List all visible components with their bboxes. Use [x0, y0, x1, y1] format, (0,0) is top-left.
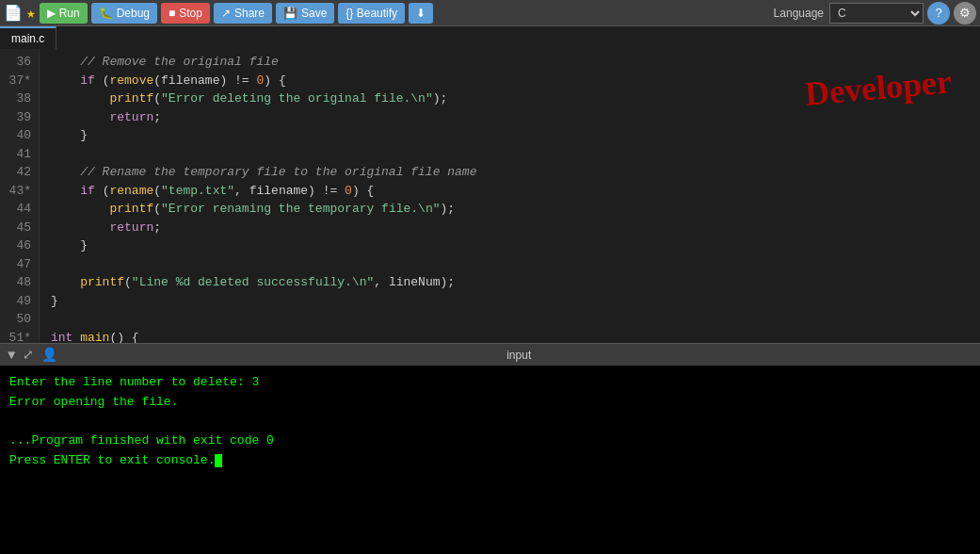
run-triangle-icon: ▶	[47, 7, 56, 20]
code-line-44: printf("Error renaming the temporary fil…	[51, 200, 969, 219]
code-line-40: }	[51, 126, 969, 145]
line-num: 49	[8, 292, 31, 311]
io-label: input	[65, 349, 972, 362]
code-line-46: }	[51, 236, 969, 255]
save-label: Save	[301, 7, 327, 20]
code-line-48: printf("Line %d deleted successfully.\n"…	[51, 273, 969, 292]
stop-square-icon: ■	[169, 7, 175, 20]
line-num: 41	[8, 145, 31, 164]
download-icon: ⬇	[416, 7, 426, 20]
line-num: 36	[8, 53, 31, 72]
run-button[interactable]: ▶ Run	[40, 3, 88, 24]
code-line-47	[51, 255, 969, 274]
console-line-3	[9, 413, 971, 432]
file-tab-main-c[interactable]: main.c	[0, 26, 56, 49]
line-num: 42	[8, 163, 31, 182]
download-button[interactable]: ⬇	[409, 3, 433, 24]
line-numbers: 36 37* 38 39 40 41 42 43* 44 45 46 47 48…	[0, 49, 40, 343]
code-line-41	[51, 145, 969, 164]
line-num: 44	[8, 200, 31, 219]
chevron-down-icon[interactable]: ▼	[8, 348, 15, 363]
info-button[interactable]: ?	[927, 2, 950, 24]
code-line-49: }	[51, 292, 969, 311]
code-line-51: int main() {	[51, 329, 969, 344]
debug-label: Debug	[117, 7, 150, 20]
code-editor[interactable]: // Remove the original file if (remove(f…	[40, 49, 980, 343]
console-line-4: ...Program finished with exit code 0	[9, 432, 971, 451]
line-num: 37*	[8, 72, 31, 90]
save-button[interactable]: 💾 Save	[276, 3, 334, 24]
code-line-36: // Remove the original file	[51, 53, 969, 72]
file-tab-label: main.c	[11, 32, 44, 45]
share-button[interactable]: ↗ Share	[214, 3, 272, 24]
beautify-label: {} Beautify	[345, 7, 397, 20]
line-num: 47	[8, 255, 31, 274]
code-line-37: if (remove(filename) != 0) {	[51, 72, 969, 90]
editor-container: 36 37* 38 39 40 41 42 43* 44 45 46 47 48…	[0, 49, 980, 343]
line-num: 40	[8, 126, 31, 145]
stop-button[interactable]: ■ Stop	[161, 3, 210, 24]
star-icon: ★	[26, 4, 36, 23]
code-line-43: if (rename("temp.txt", filename) != 0) {	[51, 182, 969, 201]
console-line-1: Enter the line number to delete: 3	[9, 373, 971, 393]
io-panel-header: ▼ ⤢ 👤 input	[0, 343, 980, 366]
line-num: 48	[8, 273, 31, 292]
share-icon: ↗	[221, 7, 231, 20]
toolbar: 📄 ★ ▶ Run 🐛 Debug ■ Stop ↗ Share 💾 Save …	[0, 0, 980, 26]
line-num: 51*	[8, 329, 31, 344]
console-cursor	[215, 454, 222, 467]
console-output: Enter the line number to delete: 3 Error…	[0, 366, 980, 554]
file-tabs: main.c	[0, 26, 980, 49]
line-num: 39	[8, 108, 31, 127]
file-icon: 📄	[4, 4, 23, 23]
line-num: 46	[8, 236, 31, 255]
line-num: 38	[8, 90, 31, 108]
code-line-38: printf("Error deleting the original file…	[51, 90, 969, 108]
code-line-39: return;	[51, 108, 969, 127]
code-line-45: return;	[51, 219, 969, 237]
console-line-2: Error opening the file.	[9, 393, 971, 413]
person-icon[interactable]: 👤	[41, 347, 57, 363]
language-select[interactable]: C C++ Java Python JavaScript	[829, 3, 924, 24]
run-label: Run	[59, 7, 80, 20]
language-label: Language	[774, 7, 824, 20]
debug-button[interactable]: 🐛 Debug	[91, 3, 157, 24]
beautify-button[interactable]: {} Beautify	[338, 3, 405, 24]
settings-button[interactable]: ⚙	[954, 2, 976, 24]
save-icon: 💾	[283, 7, 297, 20]
code-line-50	[51, 310, 969, 329]
expand-icon[interactable]: ⤢	[23, 347, 34, 363]
line-num: 43*	[8, 182, 31, 201]
console-line-5: Press ENTER to exit console.	[9, 451, 971, 471]
stop-label: Stop	[179, 7, 202, 20]
code-line-42: // Rename the temporary file to the orig…	[51, 163, 969, 182]
line-num: 45	[8, 219, 31, 237]
share-label: Share	[234, 7, 265, 20]
language-selector-area: Language C C++ Java Python JavaScript	[774, 3, 924, 24]
line-num: 50	[8, 310, 31, 329]
debug-icon: 🐛	[99, 7, 113, 20]
